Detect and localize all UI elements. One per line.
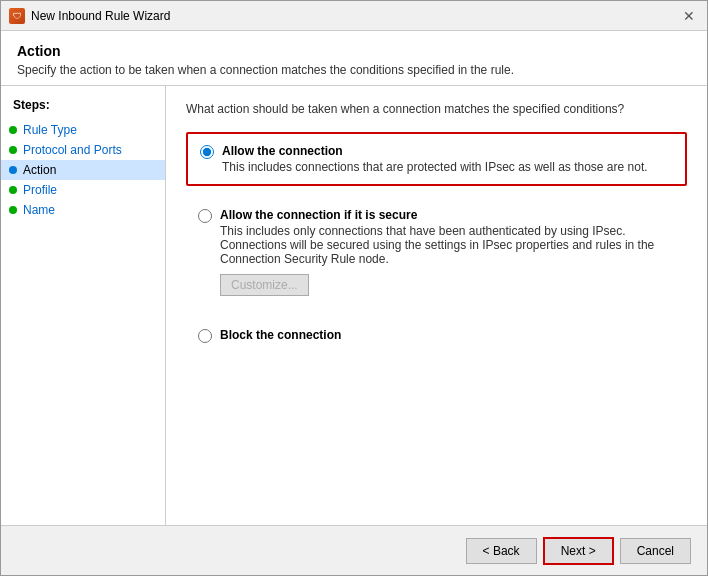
sidebar-item-profile[interactable]: Profile: [1, 180, 165, 200]
option-allow-row: Allow the connection This includes conne…: [200, 144, 673, 174]
sidebar-label-rule-type: Rule Type: [23, 123, 77, 137]
content-area: Steps: Rule Type Protocol and Ports Acti…: [1, 86, 707, 525]
step-dot-rule-type: [9, 126, 17, 134]
sidebar-label-name: Name: [23, 203, 55, 217]
steps-label: Steps:: [1, 98, 165, 120]
cancel-button[interactable]: Cancel: [620, 538, 691, 564]
option-allow-secure-desc: This includes only connections that have…: [220, 224, 675, 266]
main-content: What action should be taken when a conne…: [166, 86, 707, 525]
step-dot-profile: [9, 186, 17, 194]
sidebar-label-action: Action: [23, 163, 56, 177]
footer: < Back Next > Cancel: [1, 525, 707, 575]
page-header: Action Specify the action to be taken wh…: [1, 31, 707, 86]
page-title: Action: [17, 43, 691, 59]
option-allow-secure-radio[interactable]: [198, 209, 212, 223]
sidebar-item-action[interactable]: Action: [1, 160, 165, 180]
sidebar-item-protocol-ports[interactable]: Protocol and Ports: [1, 140, 165, 160]
title-bar: 🛡 New Inbound Rule Wizard ✕: [1, 1, 707, 31]
step-dot-protocol-ports: [9, 146, 17, 154]
option-allow-secure-content: Allow the connection if it is secure Thi…: [220, 208, 675, 296]
option-allow-content: Allow the connection This includes conne…: [222, 144, 648, 174]
back-button[interactable]: < Back: [466, 538, 537, 564]
main-window: 🛡 New Inbound Rule Wizard ✕ Action Speci…: [0, 0, 708, 576]
step-dot-name: [9, 206, 17, 214]
window-title: New Inbound Rule Wizard: [31, 9, 170, 23]
question-text: What action should be taken when a conne…: [186, 102, 687, 116]
sidebar-label-protocol-ports: Protocol and Ports: [23, 143, 122, 157]
option-allow-secure-row: Allow the connection if it is secure Thi…: [198, 208, 675, 296]
option-allow-box: Allow the connection This includes conne…: [186, 132, 687, 186]
sidebar-item-name[interactable]: Name: [1, 200, 165, 220]
option-allow-secure-title: Allow the connection if it is secure: [220, 208, 675, 222]
option-block-radio[interactable]: [198, 329, 212, 343]
step-dot-action: [9, 166, 17, 174]
next-button[interactable]: Next >: [543, 537, 614, 565]
option-allow-title: Allow the connection: [222, 144, 648, 158]
option-allow-radio[interactable]: [200, 145, 214, 159]
option-block-title: Block the connection: [220, 328, 341, 342]
option-allow-desc: This includes connections that are prote…: [222, 160, 648, 174]
option-allow-secure-box: Allow the connection if it is secure Thi…: [186, 198, 687, 306]
option-block-box: Block the connection: [186, 318, 687, 354]
customize-button[interactable]: Customize...: [220, 274, 309, 296]
page-description: Specify the action to be taken when a co…: [17, 63, 691, 77]
option-block-row: Block the connection: [198, 328, 675, 344]
sidebar: Steps: Rule Type Protocol and Ports Acti…: [1, 86, 166, 525]
app-icon: 🛡: [9, 8, 25, 24]
option-block-content: Block the connection: [220, 328, 341, 344]
sidebar-item-rule-type[interactable]: Rule Type: [1, 120, 165, 140]
title-bar-left: 🛡 New Inbound Rule Wizard: [9, 8, 170, 24]
sidebar-label-profile: Profile: [23, 183, 57, 197]
close-button[interactable]: ✕: [679, 6, 699, 26]
